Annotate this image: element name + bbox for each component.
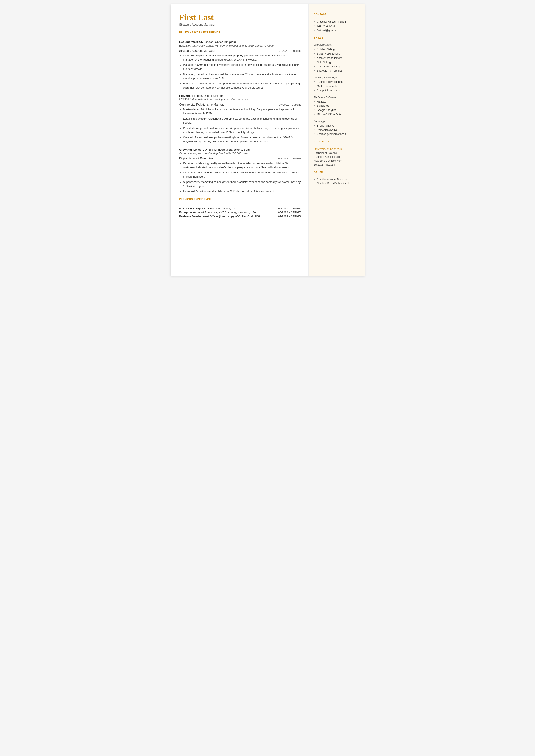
skill-item: Sales Presentations [314,52,359,56]
previous-experience-heading: PREVIOUS EXPERIENCE [179,198,301,200]
employer-location-2: London, United Kingdom [192,94,225,98]
candidate-title: Strategic Account Manager [179,23,301,26]
contact-divider [314,17,359,17]
skill-item: Solution Selling [314,48,359,51]
language-item: Spanish (Conversational) [314,132,359,136]
job-bullets-3: Received outstanding quality award based… [179,161,301,193]
job-dates-1: 01/2022 – Present [279,49,300,52]
bullet-item: Managed a $40K per month investment port… [179,63,301,71]
prev-exp-row: Inside Sales Rep, ABC Company, London, U… [179,207,301,210]
contact-location: Glasgow, United Kingdom [314,20,359,24]
job-title-1: Strategic Account Manager [179,49,215,52]
skills-heading: SKILLS [314,37,359,39]
bullet-item: Established account relationships with 2… [179,117,301,125]
other-divider [314,175,359,176]
skill-item: Business Development [314,80,359,84]
skills-section: SKILLS Technical Skills: Solution Sellin… [314,37,359,136]
previous-experience-section: PREVIOUS EXPERIENCE Inside Sales Rep, AB… [179,198,301,218]
prev-exp-dates: 06/2017 – 05/2018 [272,207,301,210]
prev-exp-title: Business Development Officer (Internship… [179,214,272,218]
tools-skills-list: Marketo Salesforce Google Analytics Micr… [314,100,359,116]
bullet-item: Educated 70 customers on the importance … [179,82,301,90]
work-experience-section: RELEVANT WORK EXPERIENCE Resume Worded, … [179,31,301,193]
prev-exp-dates: 06/2016 – 05/2017 [272,210,301,214]
bullet-item: Supervised 22 marketing campaigns for ne… [179,180,301,188]
employer-polyhire: Polyhire, London, United Kingdom NYSE-li… [179,94,301,144]
skill-item: Strategic Partnerships [314,69,359,72]
skill-item: Competitive Analysis [314,89,359,93]
employer-growthsi: Growthsi, London, United Kingdom & Barce… [179,148,301,193]
technical-skills-label: Technical Skills: [314,43,359,46]
employer-name-3: Growthsi, [179,148,193,151]
technical-skills-list: Solution Selling Sales Presentations Acc… [314,48,359,72]
skill-item: Google Analytics [314,108,359,112]
previous-experience-table: Inside Sales Rep, ABC Company, London, U… [179,207,301,218]
job-bullets-2: Masterminded 10 high-profile national co… [179,107,301,144]
bullet-item: Managed, trained, and supervised the ope… [179,72,301,81]
prev-exp-title: Inside Sales Rep, ABC Company, London, U… [179,207,272,210]
job-bullets-1: Controlled expenses for a $10M business … [179,54,301,90]
skill-item: Consultative Selling [314,65,359,69]
job-block-1: Strategic Account Manager 01/2022 – Pres… [179,49,301,90]
candidate-name: First Last [179,13,301,22]
employer-desc-1: Education technology startup with 50+ em… [179,44,301,47]
job-header-2: Commercial Relationship Manager 07/2021 … [179,103,301,106]
skill-item: Market Research [314,84,359,88]
edu-detail: Bachelor of Science Business Administrat… [314,151,359,167]
right-column: CONTACT Glasgow, United Kingdom +44 1234… [309,4,365,276]
prev-exp-dates: 07/2014 – 05/2015 [272,214,301,218]
industry-skills-label: Industry Knowledge: [314,76,359,79]
education-section: EDUCATION University of New York Bachelo… [314,140,359,167]
skill-item: Marketo [314,100,359,104]
employer-location-3: London, United Kingdom & Barcelona, Spai… [193,148,251,151]
employer-resume-worded: Resume Worded, London, United Kingdom Ed… [179,40,301,90]
bullet-item: Created 17 new business pitches resultin… [179,136,301,144]
employer-location-1: London, United Kingdom [204,40,236,43]
job-dates-3: 06/2018 – 09/2019 [278,157,300,160]
job-block-3: Digital Account Executive 06/2018 – 09/2… [179,157,301,193]
resume-page: First Last Strategic Account Manager REL… [171,4,365,276]
contact-list: Glasgow, United Kingdom +44 123456789 fi… [314,20,359,32]
job-title-2: Commercial Relationship Manager [179,103,226,106]
skill-item: Account Management [314,56,359,60]
contact-phone: +44 123456789 [314,24,359,28]
job-header-3: Digital Account Executive 06/2018 – 09/2… [179,157,301,160]
other-section: OTHER Certified Account Manager. Certifi… [314,171,359,185]
other-list: Certified Account Manager. Certified Sal… [314,178,359,185]
prev-exp-row: Business Development Officer (Internship… [179,214,301,218]
employer-header-1: Resume Worded, London, United Kingdom [179,40,301,44]
skill-item: Microsoft Office Suite [314,113,359,116]
skill-item: Cold Calling [314,61,359,64]
prev-divider [179,203,301,203]
skill-item: Salesforce [314,104,359,108]
employer-header-3: Growthsi, London, United Kingdom & Barce… [179,148,301,152]
employer-desc-2: NYSE-listed recruitment and employer bra… [179,98,301,101]
employer-name-1: Resume Worded, [179,40,203,43]
other-item: Certified Account Manager. [314,178,359,181]
prev-exp-row: Enterprise Account Executive, XYZ Compan… [179,210,301,214]
tools-skills-label: Tools and Software: [314,96,359,99]
contact-heading: CONTACT [314,13,359,15]
language-item: Romanian (Native) [314,128,359,132]
bullet-item: Masterminded 10 high-profile national co… [179,107,301,116]
job-header-1: Strategic Account Manager 01/2022 – Pres… [179,49,301,52]
work-experience-heading: RELEVANT WORK EXPERIENCE [179,31,301,34]
employer-desc-3: Career training and membership SaaS with… [179,152,301,155]
employer-name-2: Polyhire, [179,94,191,98]
job-dates-2: 07/2021 – Current [279,103,301,106]
languages-list: English (Native) Romanian (Native) Spani… [314,124,359,136]
work-divider [179,36,301,37]
left-column: First Last Strategic Account Manager REL… [171,4,309,276]
education-heading: EDUCATION [314,140,359,143]
bullet-item: Provided exceptional customer service vi… [179,126,301,134]
other-heading: OTHER [314,171,359,174]
industry-skills-list: Business Development Market Research Com… [314,80,359,92]
other-item: Certified Sales Professional. [314,182,359,185]
contact-section: CONTACT Glasgow, United Kingdom +44 1234… [314,13,359,32]
bullet-item: Created a client retention program that … [179,171,301,179]
bullet-item: Received outstanding quality award based… [179,161,301,170]
edu-school: University of New York [314,147,359,151]
contact-email: first.last@gmail.com [314,29,359,32]
education-divider [314,145,359,145]
language-item: English (Native) [314,124,359,127]
